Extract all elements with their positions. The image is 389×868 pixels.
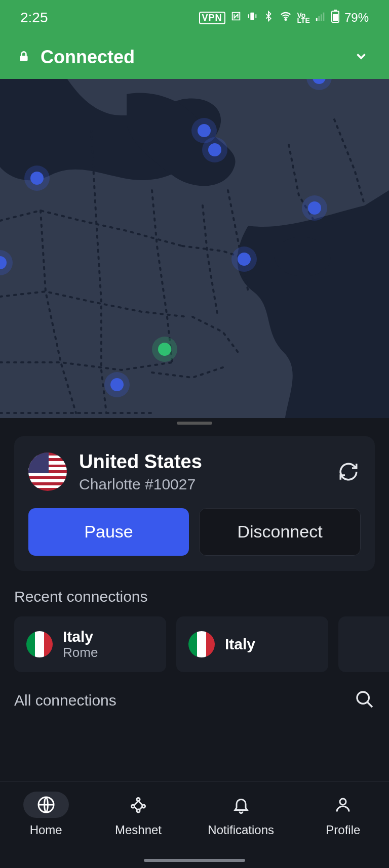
meshnet-icon xyxy=(129,796,147,814)
svg-point-11 xyxy=(357,692,369,704)
connection-status-label: Connected xyxy=(41,47,135,68)
recent-country: Italy xyxy=(225,636,255,652)
all-connections-title: All connections xyxy=(14,692,116,709)
map-server-node[interactable] xyxy=(198,124,211,137)
map-server-node[interactable] xyxy=(208,143,221,156)
svg-point-13 xyxy=(137,798,140,801)
recent-connection-item[interactable] xyxy=(338,616,389,672)
volte-icon: Vo LTE xyxy=(297,13,310,23)
lock-icon xyxy=(17,49,30,66)
wifi-icon xyxy=(279,11,292,25)
nav-notifications[interactable]: Notifications xyxy=(208,788,274,837)
bell-icon xyxy=(232,796,250,814)
signal-icon xyxy=(315,11,326,25)
recent-connections-title: Recent connections xyxy=(14,588,375,605)
search-button[interactable] xyxy=(355,689,375,712)
status-bar: 2:25 VPN Vo LTE 79% xyxy=(0,0,389,35)
svg-rect-5 xyxy=(323,13,325,21)
vpn-badge: VPN xyxy=(199,12,225,24)
recent-connection-item[interactable]: ItalyRome xyxy=(14,616,166,672)
svg-rect-2 xyxy=(316,18,318,21)
status-time: 2:25 xyxy=(20,10,48,26)
nav-home-label: Home xyxy=(30,823,62,837)
globe-icon xyxy=(37,796,55,814)
nfc-icon xyxy=(230,11,242,25)
status-icons: VPN Vo LTE 79% xyxy=(199,10,369,26)
svg-point-14 xyxy=(131,805,134,808)
map-server-node[interactable] xyxy=(238,253,251,266)
nav-home[interactable]: Home xyxy=(23,788,69,837)
battery-pct: 79% xyxy=(344,11,369,25)
svg-rect-8 xyxy=(333,14,338,21)
refresh-button[interactable] xyxy=(336,460,361,484)
bluetooth-icon xyxy=(263,10,274,26)
map-view[interactable] xyxy=(0,79,389,418)
connection-country: United States xyxy=(79,450,324,474)
map-server-node[interactable] xyxy=(313,79,326,84)
connection-card: United States Charlotte #10027 Pause Dis… xyxy=(14,436,375,571)
battery-icon xyxy=(331,10,339,26)
flag-it-icon xyxy=(188,631,215,657)
svg-point-17 xyxy=(340,799,346,805)
svg-point-15 xyxy=(142,805,145,808)
connection-server: Charlotte #10027 xyxy=(79,476,324,493)
sheet-drag-handle[interactable] xyxy=(0,418,389,428)
map-server-node[interactable] xyxy=(30,172,44,185)
map-server-node[interactable] xyxy=(158,343,171,356)
home-indicator[interactable] xyxy=(144,859,245,862)
svg-rect-0 xyxy=(250,13,254,20)
nav-profile-label: Profile xyxy=(326,823,360,837)
svg-rect-4 xyxy=(321,14,322,21)
svg-point-1 xyxy=(285,19,286,20)
svg-rect-9 xyxy=(20,56,27,61)
nav-meshnet-label: Meshnet xyxy=(115,823,162,837)
profile-icon xyxy=(334,796,352,814)
nav-meshnet[interactable]: Meshnet xyxy=(115,788,162,837)
svg-rect-3 xyxy=(318,16,320,21)
flag-it-icon xyxy=(26,631,53,657)
bottom-nav: Home Meshnet Notifications Profile xyxy=(0,781,389,868)
nav-notifications-label: Notifications xyxy=(208,823,274,837)
pause-button[interactable]: Pause xyxy=(28,508,189,556)
chevron-down-icon[interactable] xyxy=(354,49,369,66)
recent-city: Rome xyxy=(63,645,98,660)
flag-us-icon xyxy=(28,452,67,491)
recent-country: Italy xyxy=(63,628,98,645)
recent-connection-item[interactable]: Italy xyxy=(176,616,328,672)
map-server-node[interactable] xyxy=(0,256,7,269)
disconnect-button[interactable]: Disconnect xyxy=(199,508,361,556)
map-server-node[interactable] xyxy=(308,201,321,215)
nav-profile[interactable]: Profile xyxy=(320,788,366,837)
vibrate-icon xyxy=(247,11,258,25)
recent-connections-list[interactable]: ItalyRomeItaly xyxy=(14,616,389,672)
map-server-node[interactable] xyxy=(110,378,124,391)
